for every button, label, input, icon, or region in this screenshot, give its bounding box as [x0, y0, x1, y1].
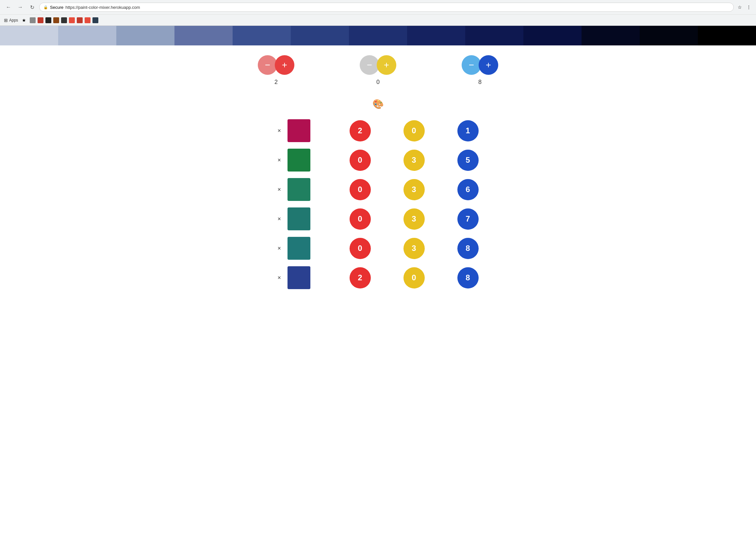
strip-swatch-6	[349, 26, 407, 45]
palette-icon[interactable]: 🎨	[373, 99, 384, 109]
yellow-circle-1[interactable]: 3	[403, 150, 425, 171]
apps-bookmark[interactable]: ⊞ Apps	[4, 18, 18, 23]
color-row: ×037	[278, 207, 479, 230]
yellow-circle-3[interactable]: 3	[403, 208, 425, 230]
secure-icon: 🔒	[44, 5, 48, 9]
strip-swatch-5	[291, 26, 349, 45]
blue-value: 8	[478, 79, 482, 85]
row-left-1: ×	[278, 149, 317, 172]
red-circle-4[interactable]: 0	[350, 238, 371, 259]
strip-swatch-3	[174, 26, 233, 45]
red-circle-5[interactable]: 2	[350, 267, 371, 288]
blue-plus-button[interactable]: +	[479, 55, 498, 75]
color-row: ×201	[278, 119, 479, 142]
color-row: ×035	[278, 149, 479, 172]
strip-swatch-1	[58, 26, 116, 45]
bm-icon-3[interactable]	[45, 17, 51, 23]
strip-swatch-0	[0, 26, 58, 45]
strip-swatch-9	[523, 26, 582, 45]
remove-row-2-button[interactable]: ×	[278, 186, 281, 193]
red-value: 2	[274, 79, 278, 85]
bm-icon-8[interactable]	[84, 17, 91, 23]
bm-icon-7[interactable]	[77, 17, 83, 23]
bm-icon-1[interactable]	[30, 17, 35, 23]
apps-label: Apps	[9, 18, 18, 23]
color-row: ×208	[278, 266, 479, 289]
blue-circle-2[interactable]: 6	[457, 179, 479, 200]
yellow-plus-button[interactable]: +	[377, 55, 396, 75]
remove-row-1-button[interactable]: ×	[278, 157, 281, 164]
row-left-3: ×	[278, 207, 317, 230]
strip-swatch-12	[698, 26, 756, 45]
blue-circle-4[interactable]: 8	[457, 238, 479, 259]
red-circle-3[interactable]: 0	[350, 208, 371, 230]
color-swatch-4	[287, 237, 310, 260]
row-left-0: ×	[278, 119, 317, 142]
apps-grid-icon: ⊞	[4, 18, 8, 23]
refresh-button[interactable]: ↻	[27, 3, 36, 12]
browser-toolbar: ← → ↻ 🔒 Secure https://paint-color-mixer…	[0, 0, 756, 15]
bookmark-icon[interactable]: ☆	[736, 4, 743, 10]
url-text: https://paint-color-mixer.herokuapp.com	[65, 5, 140, 10]
color-swatch-3	[287, 207, 310, 230]
bm-icon-9[interactable]	[93, 17, 98, 23]
controls-row: − + 2 − + 0 −	[6, 55, 750, 85]
strip-swatch-2	[116, 26, 174, 45]
color-swatch-2	[287, 178, 310, 201]
palette-icon-container: 🎨	[6, 99, 750, 109]
color-swatch-1	[287, 149, 310, 172]
blue-circle-1[interactable]: 5	[457, 150, 479, 171]
remove-row-5-button[interactable]: ×	[278, 274, 281, 281]
bm-icon-6[interactable]	[69, 17, 75, 23]
browser-chrome: ← → ↻ 🔒 Secure https://paint-color-mixer…	[0, 0, 756, 26]
remove-row-3-button[interactable]: ×	[278, 215, 281, 223]
bm-icon-2[interactable]	[37, 17, 44, 23]
secure-label: Secure	[50, 5, 64, 10]
blue-control-group: − + 8	[462, 55, 498, 85]
bm-icon-5[interactable]	[61, 17, 67, 23]
yellow-circle-0[interactable]: 0	[403, 120, 425, 142]
row-left-5: ×	[278, 266, 317, 289]
blue-circle-0[interactable]: 1	[457, 120, 479, 142]
yellow-value: 0	[376, 79, 380, 85]
yellow-circle-5[interactable]: 0	[403, 267, 425, 288]
menu-icon[interactable]: ⋮	[746, 4, 752, 10]
color-table: ×201×035×036×037×038×208	[6, 119, 750, 289]
yellow-control-group: − + 0	[360, 55, 396, 85]
remove-row-4-button[interactable]: ×	[278, 245, 281, 252]
color-strip	[0, 26, 756, 45]
red-plus-button[interactable]: +	[275, 55, 294, 75]
row-left-2: ×	[278, 178, 317, 201]
back-button[interactable]: ←	[4, 3, 13, 12]
bookmarks-bar: ⊞ Apps ★	[0, 15, 756, 25]
strip-swatch-11	[640, 26, 698, 45]
bm-icon-4[interactable]	[53, 17, 59, 23]
yellow-stepper-row: − +	[360, 55, 396, 75]
red-circle-0[interactable]: 2	[350, 120, 371, 142]
strip-swatch-7	[407, 26, 465, 45]
red-circle-1[interactable]: 0	[350, 150, 371, 171]
red-circle-2[interactable]: 0	[350, 179, 371, 200]
row-left-4: ×	[278, 237, 317, 260]
strip-swatch-8	[465, 26, 523, 45]
blue-minus-button[interactable]: −	[462, 55, 481, 75]
color-swatch-0	[287, 119, 310, 142]
bookmark-star-icon[interactable]: ★	[21, 17, 27, 24]
yellow-circle-4[interactable]: 3	[403, 238, 425, 259]
red-control-group: − + 2	[258, 55, 294, 85]
strip-swatch-4	[233, 26, 291, 45]
blue-stepper-row: − +	[462, 55, 498, 75]
forward-button[interactable]: →	[16, 3, 25, 12]
blue-circle-3[interactable]: 7	[457, 208, 479, 230]
red-minus-button[interactable]: −	[258, 55, 277, 75]
main-content: − + 2 − + 0 −	[0, 45, 756, 299]
color-row: ×038	[278, 237, 479, 260]
yellow-minus-button[interactable]: −	[360, 55, 379, 75]
red-stepper-row: − +	[258, 55, 294, 75]
remove-row-0-button[interactable]: ×	[278, 127, 281, 134]
color-row: ×036	[278, 178, 479, 201]
yellow-circle-2[interactable]: 3	[403, 179, 425, 200]
strip-swatch-10	[582, 26, 640, 45]
blue-circle-5[interactable]: 8	[457, 267, 479, 288]
url-bar[interactable]: 🔒 Secure https://paint-color-mixer.herok…	[39, 3, 734, 12]
